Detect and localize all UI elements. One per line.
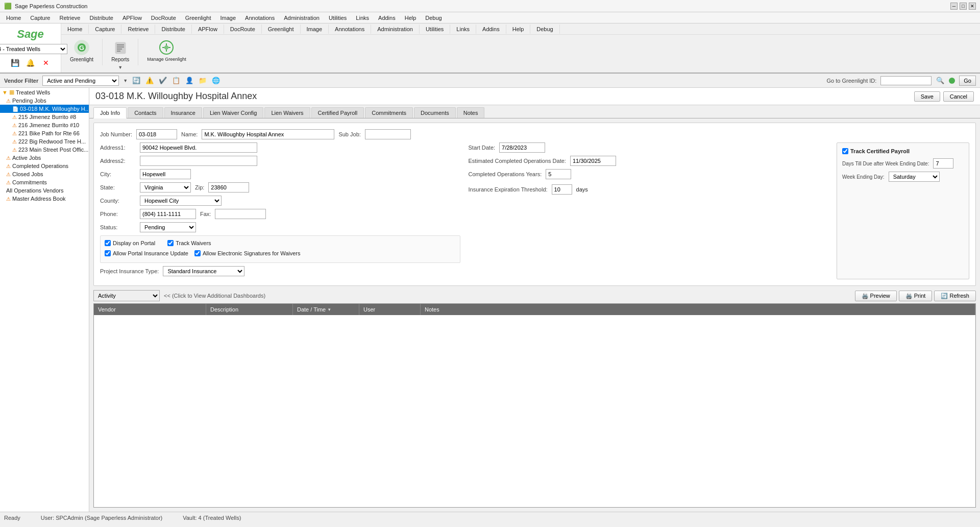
- ribbon-tab-utilities[interactable]: Utilities: [420, 25, 450, 34]
- table-header-notes[interactable]: Notes: [421, 304, 975, 315]
- phone-input[interactable]: [140, 209, 196, 219]
- preview-button[interactable]: 🖨️ Preview: [855, 291, 897, 301]
- ribbon-tab-annotations[interactable]: Annotations: [329, 25, 371, 34]
- ribbon-tab-apflow[interactable]: APFlow: [192, 25, 224, 34]
- reports-ribbon-button[interactable]: Reports: [107, 37, 134, 65]
- table-header-date---time[interactable]: Date / Time ▼: [293, 304, 359, 315]
- track-waivers-checkbox-label[interactable]: Track Waivers: [167, 240, 211, 246]
- days-due-input[interactable]: [933, 158, 953, 169]
- vault-selector[interactable]: 4 - Treated Wells: [0, 44, 67, 54]
- sidebar-tree-item[interactable]: ⚠216 Jimenez Burrito #10: [0, 121, 89, 129]
- tab-lien-waiver-config[interactable]: Lien Waiver Config: [203, 107, 264, 118]
- state-select[interactable]: Virginia: [140, 182, 191, 193]
- tab-job-info[interactable]: Job Info: [93, 107, 127, 118]
- minimize-button[interactable]: ─: [950, 3, 958, 10]
- name-input[interactable]: [202, 129, 334, 139]
- allow-portal-insurance-checkbox[interactable]: [105, 250, 111, 256]
- goto-go-button[interactable]: Go: [959, 76, 976, 86]
- sidebar-tree-item[interactable]: 📄03-018 M.K. Willoughby H...: [0, 105, 89, 113]
- zip-input[interactable]: [208, 182, 249, 193]
- tab-commitments[interactable]: Commitments: [365, 107, 413, 118]
- display-portal-checkbox[interactable]: [105, 240, 111, 246]
- goto-id-input[interactable]: [880, 76, 932, 85]
- vendor-filter-select[interactable]: Active and PendingActivePendingAll: [42, 76, 119, 86]
- tab-documents[interactable]: Documents: [414, 107, 456, 118]
- project-insurance-select[interactable]: Standard Insurance: [163, 266, 244, 276]
- sidebar-root-item[interactable]: ▼ ▦ Treated Wells: [0, 88, 89, 97]
- sidebar-tree-item[interactable]: ⚠Commitments: [0, 178, 89, 186]
- save-toolbar-button[interactable]: 💾: [10, 57, 21, 68]
- refresh-button[interactable]: 🔄 Refresh: [934, 291, 976, 301]
- sidebar-tree-item[interactable]: ⚠222 Big Redwood Tree H...: [0, 137, 89, 146]
- track-waivers-checkbox[interactable]: [167, 240, 174, 246]
- job-number-input[interactable]: [136, 129, 177, 139]
- menu-item-image[interactable]: Image: [216, 14, 240, 22]
- ribbon-tab-image[interactable]: Image: [301, 25, 329, 34]
- sidebar-tree-item[interactable]: ⚠221 Bike Path for Rte 66: [0, 129, 89, 137]
- status-select[interactable]: Pending Active Completed Closed: [140, 222, 196, 232]
- menu-item-links[interactable]: Links: [352, 14, 373, 22]
- tab-contacts[interactable]: Contacts: [128, 107, 163, 118]
- sidebar-tree-item[interactable]: ⚠Pending Jobs: [0, 97, 89, 105]
- ribbon-tab-home[interactable]: Home: [61, 25, 89, 34]
- menu-item-help[interactable]: Help: [401, 14, 421, 22]
- allow-electronic-label[interactable]: Allow Electronic Signatures for Waivers: [194, 250, 301, 256]
- ribbon-tab-debug[interactable]: Debug: [530, 25, 559, 34]
- close-button[interactable]: ✕: [969, 3, 976, 10]
- menu-item-apflow[interactable]: APFlow: [118, 14, 146, 22]
- completed-years-input[interactable]: [546, 169, 571, 179]
- toolbar-close-button[interactable]: ✕: [40, 57, 52, 68]
- filter-folder-icon[interactable]: 📁: [198, 76, 207, 85]
- table-header-user[interactable]: User: [359, 304, 421, 315]
- menu-item-retrieve[interactable]: Retrieve: [55, 14, 84, 22]
- table-header-vendor[interactable]: Vendor: [94, 304, 206, 315]
- track-certified-payroll-checkbox[interactable]: [842, 148, 848, 154]
- est-completed-input[interactable]: [570, 156, 616, 166]
- notifications-button[interactable]: 🔔: [25, 57, 36, 68]
- address1-input[interactable]: [140, 142, 257, 153]
- cancel-button[interactable]: Cancel: [943, 91, 974, 102]
- filter-warn-icon[interactable]: ⚠️: [145, 76, 154, 85]
- menu-item-addins[interactable]: Addins: [374, 14, 400, 22]
- menu-item-utilities[interactable]: Utilities: [325, 14, 351, 22]
- menu-item-administration[interactable]: Administration: [280, 14, 324, 22]
- sidebar-tree-item[interactable]: ⚠223 Main Street Post Offic...: [0, 146, 89, 154]
- goto-search-icon[interactable]: 🔍: [936, 76, 945, 85]
- menu-item-greenlight[interactable]: Greenlight: [181, 14, 215, 22]
- menu-item-debug[interactable]: Debug: [421, 14, 446, 22]
- allow-portal-insurance-label[interactable]: Allow Portal Insurance Update: [105, 250, 188, 256]
- save-button[interactable]: Save: [914, 91, 940, 102]
- menu-item-home[interactable]: Home: [2, 14, 25, 22]
- menu-item-distribute[interactable]: Distribute: [85, 14, 117, 22]
- table-header-description[interactable]: Description: [206, 304, 293, 315]
- print-button[interactable]: 🖨️ Print: [899, 291, 933, 301]
- ribbon-tab-links[interactable]: Links: [450, 25, 476, 34]
- filter-user-icon[interactable]: 👤: [185, 76, 194, 85]
- ribbon-tab-distribute[interactable]: Distribute: [155, 25, 191, 34]
- dashboard-select[interactable]: Activity Insurance Lien Waivers Commitme…: [93, 290, 160, 301]
- tab-insurance[interactable]: Insurance: [164, 107, 202, 118]
- filter-doc-icon[interactable]: 📋: [172, 76, 181, 85]
- greenlight-ribbon-button[interactable]: G Greenlight: [65, 37, 98, 67]
- menu-item-capture[interactable]: Capture: [26, 14, 54, 22]
- track-certified-payroll-label[interactable]: Track Certified Payroll: [842, 148, 964, 154]
- manage-greenlight-ribbon-button[interactable]: Manage Greenlight: [142, 37, 191, 67]
- address2-input[interactable]: [140, 156, 257, 166]
- view-dashboards-link[interactable]: << (Click to View Additional Dashboards): [164, 293, 265, 299]
- allow-electronic-checkbox[interactable]: [194, 250, 201, 256]
- filter-refresh-icon[interactable]: 🔄: [132, 76, 141, 85]
- sidebar-tree-item[interactable]: All Operations Vendors: [0, 186, 89, 195]
- city-input[interactable]: [140, 169, 191, 179]
- county-select[interactable]: Hopewell City: [140, 196, 222, 206]
- ribbon-tab-docroute[interactable]: DocRoute: [224, 25, 262, 34]
- sidebar-tree-item[interactable]: ⚠Active Jobs: [0, 154, 89, 162]
- ribbon-tab-help[interactable]: Help: [506, 25, 531, 34]
- sidebar-tree-item[interactable]: ⚠Completed Operations: [0, 162, 89, 170]
- reports-dropdown-arrow[interactable]: ▼: [118, 65, 122, 70]
- ribbon-tab-administration[interactable]: Administration: [371, 25, 420, 34]
- sidebar-tree-item[interactable]: ⚠215 Jimenez Burrito #8: [0, 113, 89, 121]
- tab-notes[interactable]: Notes: [457, 107, 485, 118]
- filter-cloud-icon[interactable]: 🌐: [211, 76, 220, 85]
- maximize-button[interactable]: □: [960, 3, 967, 10]
- ribbon-tab-greenlight[interactable]: Greenlight: [262, 25, 301, 34]
